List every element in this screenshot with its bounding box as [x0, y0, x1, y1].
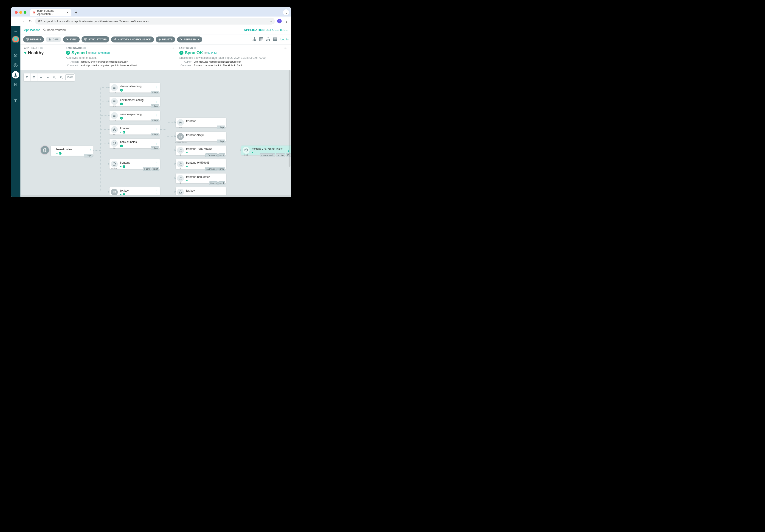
node-replicaset[interactable]: rs frontend-94579b95f♥ ⋮ 11 minutesrev:3 — [176, 159, 226, 169]
heart-icon: ♥ — [186, 152, 188, 154]
node-menu-icon[interactable]: ⋮ — [155, 192, 159, 193]
sync-revision-link[interactable]: main (978453f) — [91, 51, 110, 54]
node-menu-icon[interactable]: ⋮ — [88, 150, 92, 151]
heart-icon: ♥ — [120, 165, 122, 168]
browser-tab[interactable]: 🐙 bank-frontend - Application D ✕ — [30, 9, 71, 16]
site-settings-icon[interactable]: ⚙︎≡ — [38, 20, 42, 23]
health-panel: APP HEALTH ♥Healthy — [24, 47, 61, 67]
nav-applications-icon[interactable] — [12, 52, 19, 59]
node-menu-icon[interactable]: ⋮ — [221, 150, 225, 151]
close-tab-icon[interactable]: ✕ — [66, 11, 69, 14]
svg-point-1 — [15, 73, 16, 75]
view-tree-icon[interactable] — [252, 37, 257, 42]
nav-docs-icon[interactable] — [12, 81, 19, 88]
zoom-in-lens-icon[interactable] — [51, 73, 58, 81]
node-endpoints[interactable]: ep frontend ⋮ 3 days — [176, 118, 226, 127]
svg-rect-10 — [266, 40, 267, 41]
node-menu-icon[interactable]: ⋮ — [155, 143, 159, 144]
node-serviceaccount[interactable]: sa bank-of-holos✓ ⋮ 3 days — [110, 139, 160, 148]
last-sync-revision-link[interactable]: 978453f — [208, 51, 218, 54]
reload-button[interactable]: ⟳ — [28, 19, 33, 24]
node-deployment[interactable]: deploy frontend♥✓ ⋮ 3 daysrev:4 — [110, 159, 160, 169]
bookmark-star-icon[interactable]: ☆ — [270, 20, 273, 23]
nav-filter-icon[interactable] — [12, 97, 19, 104]
zoom-in-button[interactable]: ＋ — [37, 73, 44, 81]
panel-menu-icon[interactable]: ••• — [284, 47, 288, 49]
close-window-button[interactable] — [15, 11, 18, 14]
login-link[interactable]: Log in — [281, 38, 289, 41]
svg-rect-12 — [273, 38, 277, 41]
node-menu-icon[interactable]: ⋮ — [155, 101, 159, 102]
node-menu-icon[interactable]: ⋮ — [221, 178, 225, 179]
align-left-icon[interactable] — [24, 73, 31, 81]
nav-settings-icon[interactable] — [12, 62, 19, 69]
minimize-window-button[interactable] — [19, 11, 22, 14]
view-network-icon[interactable] — [266, 37, 271, 42]
node-configmap[interactable]: cm environment-config✓ ⋮ 3 days — [110, 97, 160, 106]
node-pod[interactable]: pod frontend-77b77c575f-k6skv♥ ⋮ a few s… — [241, 146, 291, 155]
node-menu-icon[interactable]: ⋮ — [155, 87, 159, 88]
node-configmap[interactable]: cm demo-data-config✓ ⋮ 3 days — [110, 83, 160, 93]
back-button[interactable]: ← — [13, 19, 18, 24]
sync-button[interactable]: ⟳SYNC — [63, 37, 80, 42]
fit-screen-icon[interactable] — [31, 73, 37, 81]
app-root-icon — [40, 145, 50, 155]
last-sync-panel: LAST SYNC••• ✓Sync OK to 978453f Succeed… — [179, 47, 288, 67]
window-controls — [15, 11, 26, 14]
view-grid-icon[interactable] — [259, 37, 264, 42]
info-icon[interactable] — [194, 47, 196, 49]
profile-avatar[interactable]: D — [277, 19, 282, 23]
zoom-out-button[interactable]: － — [44, 73, 51, 81]
info-icon[interactable] — [40, 47, 43, 49]
tabs-overflow-button[interactable]: ⌄ — [283, 9, 289, 15]
heart-icon: ♥ — [186, 180, 188, 182]
diff-button[interactable]: 🗎DIFF — [46, 37, 61, 42]
action-toolbar: ⓘDETAILS 🗎DIFF ⟳SYNC ⓘSYNC STATUS ↺HISTO… — [20, 34, 291, 45]
new-tab-button[interactable]: ＋ — [73, 9, 79, 15]
details-button[interactable]: ⓘDETAILS — [23, 36, 44, 42]
history-button[interactable]: ↺HISTORY AND ROLLBACK — [111, 37, 154, 42]
forward-button[interactable]: → — [20, 19, 25, 24]
zoom-level[interactable]: 100% — [65, 74, 74, 80]
node-endpointslice[interactable]: ES endpointslice frontend-9zvjd ⋮ 3 days — [176, 132, 226, 141]
expand-sidenav-icon[interactable]: → — [14, 29, 17, 34]
node-menu-icon[interactable]: ⋮ — [221, 136, 225, 137]
svg-point-3 — [43, 29, 45, 31]
node-menu-icon[interactable]: ⋮ — [221, 164, 225, 165]
info-icon[interactable] — [83, 47, 86, 49]
url-text: argocd.holos.localhost/applications/argo… — [44, 20, 149, 23]
svg-rect-29 — [179, 192, 181, 194]
pod-icon — [243, 147, 250, 154]
synced-icon: ✓ — [59, 152, 62, 155]
svg-rect-11 — [269, 40, 270, 41]
node-menu-icon[interactable]: ⋮ — [221, 122, 225, 123]
node-menu-icon[interactable]: ⋮ — [155, 115, 159, 116]
sync-status-button[interactable]: ⓘSYNC STATUS — [82, 36, 109, 42]
node-service[interactable]: svc frontend♥✓ ⋮ 3 days — [110, 125, 160, 135]
zoom-out-lens-icon[interactable] — [58, 73, 65, 81]
nav-user-icon[interactable] — [12, 71, 19, 79]
breadcrumb-root[interactable]: Applications — [24, 28, 40, 32]
tree-canvas[interactable]: ＋ － 100% — [20, 70, 291, 198]
vertical-scrollbar[interactable] — [289, 70, 291, 198]
node-replicaset[interactable]: rs frontend-77b77c575f♥ ⋮ 12 minutesrev:… — [176, 146, 226, 155]
svg-rect-21 — [179, 123, 180, 124]
node-menu-icon[interactable]: ⋮ — [155, 164, 159, 165]
chrome-menu-icon[interactable]: ⋮ — [284, 19, 289, 24]
node-app-root[interactable]: bank-frontend ♥✓ ⋮ 3 days — [51, 146, 93, 156]
svg-rect-24 — [180, 150, 182, 152]
maximize-window-button[interactable] — [24, 11, 26, 14]
delete-button[interactable]: ⊖DELETE — [156, 37, 175, 42]
horizontal-scrollbar[interactable] — [20, 195, 291, 198]
app-body: → Applications — [11, 26, 291, 198]
node-menu-icon[interactable]: ⋮ — [221, 192, 225, 193]
node-configmap[interactable]: cm service-api-config✓ ⋮ 3 days — [110, 111, 160, 121]
refresh-button[interactable]: ⟳REFRESH▼ — [177, 37, 202, 42]
svg-rect-9 — [268, 37, 269, 38]
heart-icon: ♥ — [186, 165, 188, 168]
node-replicaset[interactable]: rs frontend-b6b98dfc7♥ ⋮ 3 daysrev:1 — [176, 174, 226, 183]
view-list-icon[interactable] — [273, 37, 278, 42]
node-menu-icon[interactable]: ⋮ — [155, 129, 159, 130]
panel-menu-icon[interactable]: ••• — [170, 47, 174, 49]
address-input[interactable]: ⚙︎≡ argocd.holos.localhost/applications/… — [35, 18, 275, 25]
